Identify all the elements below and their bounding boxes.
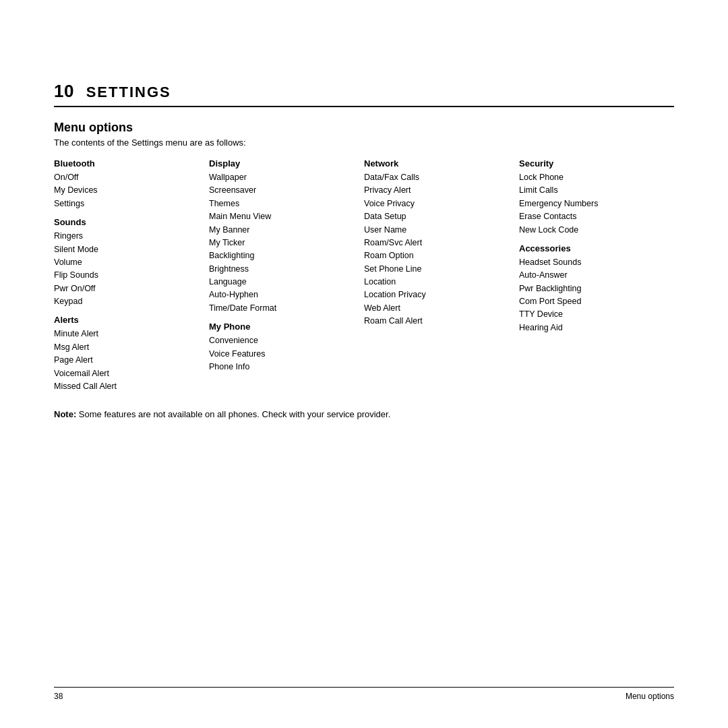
list-item: Brightness [209,263,351,276]
list-item: Keypad [54,295,195,308]
list-item: Minute Alert [54,328,195,340]
col-header-alerts: Alerts [54,315,195,325]
list-item: Location Privacy [364,289,506,301]
col-header-security: Security [519,158,661,169]
col-header-sounds: Sounds [54,217,195,227]
menu-table: Bluetooth On/Off My Devices Settings Sou… [54,158,674,393]
list-item: Phone Info [209,361,351,373]
list-item: Pwr On/Off [54,282,195,295]
list-item: Roam Call Alert [364,315,506,328]
list-item: Screensaver [209,184,351,197]
list-item: Language [209,276,351,289]
chapter-heading: 10 Settings [54,81,674,102]
footer-page-number: 38 [54,692,63,701]
list-item: Silent Mode [54,243,195,256]
list-item: Web Alert [364,302,506,315]
list-item: Lock Phone [519,171,661,184]
list-item: Privacy Alert [364,184,506,197]
list-item: Erase Contacts [519,210,661,223]
note-label: Note: [54,409,76,419]
section-description: The contents of the Settings menu are as… [54,138,674,148]
list-item: Hearing Aid [519,322,661,334]
list-item: Limit Calls [519,184,661,197]
note-section: Note: Some features are not available on… [54,409,674,419]
list-item: New Lock Code [519,224,661,237]
col-header-myphone: My Phone [209,322,351,332]
list-item: Main Menu View [209,210,351,223]
list-item: Emergency Numbers [519,198,661,210]
list-item: Auto-Answer [519,269,661,282]
col-header-accessories: Accessories [519,243,661,253]
list-item: Flip Sounds [54,269,195,282]
list-item: Page Alert [54,354,195,367]
list-item: Msg Alert [54,341,195,354]
chapter-number: 10 [54,81,74,101]
list-item: Com Port Speed [519,295,661,308]
list-item: User Name [364,224,506,237]
list-item: My Devices [54,184,195,197]
section-divider [54,106,674,107]
list-item: Voice Features [209,348,351,361]
list-item: Settings [54,198,195,210]
list-item: Auto-Hyphen [209,289,351,301]
list-item: Ringers [54,230,195,243]
footer-section-label: Menu options [626,692,674,701]
list-item: My Banner [209,224,351,237]
list-item: Voicemail Alert [54,367,195,380]
menu-column-3: Network Data/Fax Calls Privacy Alert Voi… [364,158,519,393]
list-item: Pwr Backlighting [519,282,661,295]
list-item: Backlighting [209,249,351,262]
col-header-network: Network [364,158,506,169]
list-item: Voice Privacy [364,198,506,210]
list-item: Data Setup [364,210,506,223]
menu-column-4: Security Lock Phone Limit Calls Emergenc… [519,158,674,393]
note-text: Some features are not available on all p… [76,409,390,419]
col-header-bluetooth: Bluetooth [54,158,195,169]
menu-column-2: Display Wallpaper Screensaver Themes Mai… [209,158,364,393]
list-item: Data/Fax Calls [364,171,506,184]
menu-column-1: Bluetooth On/Off My Devices Settings Sou… [54,158,209,393]
list-item: Location [364,276,506,289]
col-header-display: Display [209,158,351,169]
list-item: Roam Option [364,249,506,262]
list-item: My Ticker [209,237,351,249]
section-title: Menu options [54,121,674,135]
list-item: On/Off [54,171,195,184]
list-item: Missed Call Alert [54,380,195,393]
list-item: Themes [209,198,351,210]
list-item: Convenience [209,334,351,347]
page-footer: 38 Menu options [54,687,674,701]
chapter-title: Settings [86,84,171,100]
list-item: Set Phone Line [364,263,506,276]
list-item: Headset Sounds [519,256,661,269]
list-item: Wallpaper [209,171,351,184]
list-item: Roam/Svc Alert [364,237,506,249]
list-item: TTY Device [519,308,661,321]
list-item: Volume [54,256,195,269]
page-content: 10 Settings Menu options The contents of… [0,0,728,460]
list-item: Time/Date Format [209,302,351,315]
